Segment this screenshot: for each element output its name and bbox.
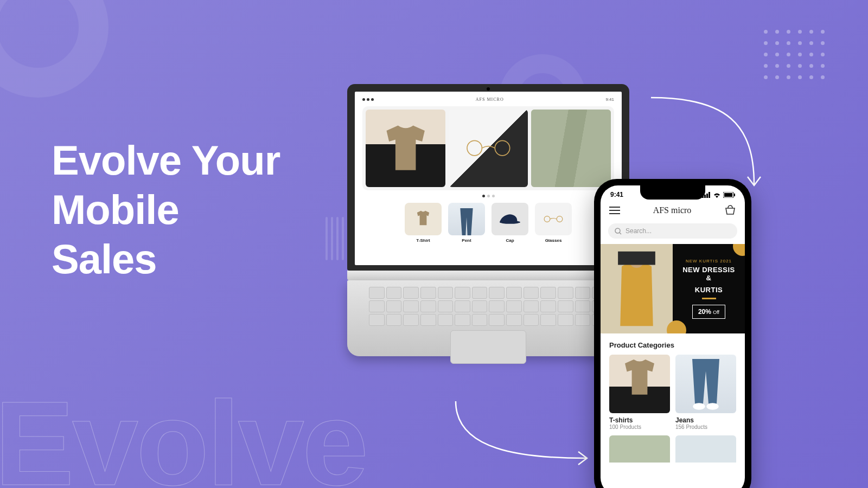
svg-point-20 (693, 403, 705, 410)
section-heading: Product Categories (601, 333, 745, 355)
webcam-icon (487, 87, 490, 91)
discount-badge: 20% Off (692, 305, 725, 319)
trackpad (450, 330, 526, 364)
svg-rect-19 (618, 252, 655, 265)
promo-banner[interactable]: NEW KURTIS 2021 NEW DRESSIS & KURTIS 20%… (601, 244, 745, 333)
category-card[interactable]: Jeans 156 Products (675, 355, 736, 430)
app-brand: AFS micro (653, 206, 692, 215)
search-placeholder: Search... (626, 227, 652, 235)
svg-point-21 (706, 403, 719, 410)
category-label: Pent (448, 238, 485, 243)
headline-line1: Evolve Your (52, 136, 280, 185)
svg-rect-8 (709, 192, 710, 198)
decor-ring (0, 0, 108, 98)
category-label: Glasses (535, 238, 572, 243)
hero-slide-glasses (449, 110, 528, 187)
battery-icon (723, 192, 735, 198)
svg-rect-7 (706, 194, 708, 198)
svg-rect-6 (704, 195, 706, 198)
cart-icon[interactable] (724, 205, 736, 216)
search-input[interactable]: Search... (608, 223, 737, 239)
svg-point-15 (615, 228, 620, 233)
category-card[interactable]: T-shirts 100 Products (609, 355, 670, 430)
laptop-keyboard (347, 280, 629, 356)
banner-kicker: NEW KURTIS 2021 (686, 259, 732, 264)
category-card[interactable] (675, 435, 736, 463)
category-card[interactable]: T-Shirt (405, 203, 442, 243)
category-card[interactable] (609, 435, 670, 463)
clock: 9:41 (610, 191, 623, 198)
clock: 9:41 (605, 97, 614, 102)
banner-image (601, 244, 673, 333)
category-label: Cap (492, 238, 528, 243)
svg-line-16 (620, 233, 621, 234)
phone-mockup: 9:41 AFS micro Search... NEW KURTIS 2021… (594, 179, 751, 488)
banner-title: NEW DRESSIS & (679, 266, 738, 282)
svg-point-3 (544, 216, 550, 222)
laptop-mockup: AFS MICRO 9:41 T-Shirt (347, 84, 629, 356)
site-brand: AFS MICRO (476, 97, 504, 102)
hero-slide-dress (531, 110, 611, 187)
category-name: T-shirts (609, 416, 670, 424)
banner-title: KURTIS (695, 286, 723, 294)
category-count: 156 Products (675, 424, 736, 430)
hero-slide-tshirt (366, 110, 445, 187)
hero-headline: Evolve Your Mobile Sales (52, 136, 280, 284)
svg-rect-10 (724, 193, 732, 197)
category-card[interactable]: Glasses (535, 203, 572, 243)
carousel-pager[interactable] (362, 195, 614, 197)
headline-line3: Sales (52, 234, 280, 284)
headline-line2: Mobile (52, 185, 280, 234)
category-label: T-Shirt (405, 238, 442, 243)
menu-icon[interactable] (609, 207, 620, 214)
decor-outline-text: Evolve (0, 375, 366, 488)
wifi-icon (713, 192, 721, 198)
category-count: 100 Products (609, 424, 670, 430)
category-card[interactable]: Cap (492, 203, 528, 243)
search-icon (615, 228, 622, 235)
phone-notch (640, 185, 705, 200)
category-name: Jeans (675, 416, 736, 424)
banner-divider (702, 298, 716, 299)
svg-point-0 (467, 141, 482, 156)
svg-point-2 (500, 221, 520, 224)
hero-carousel[interactable] (362, 106, 614, 190)
svg-point-4 (557, 216, 563, 222)
arrow-icon (445, 396, 597, 466)
window-controls-icon (362, 98, 374, 101)
decor-dot-grid (764, 30, 825, 79)
laptop-screen: AFS MICRO 9:41 T-Shirt (355, 92, 622, 265)
category-card[interactable]: Pent (448, 203, 485, 243)
svg-rect-11 (734, 194, 735, 196)
svg-point-1 (495, 141, 509, 156)
